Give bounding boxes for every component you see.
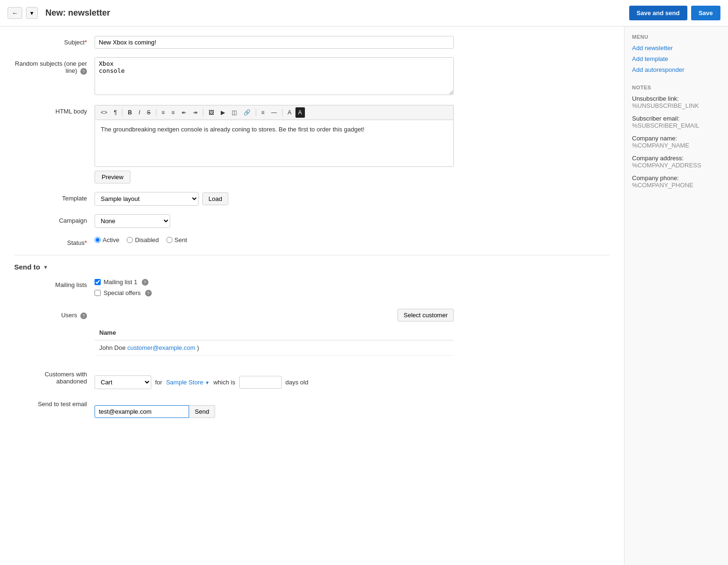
users-control: Select customer Name John Doe customer@e… (95, 309, 454, 359)
users-table-header-row: Name (95, 325, 454, 340)
toolbar-ul-btn[interactable]: ≡ (159, 107, 168, 118)
random-subjects-control: Xbox console (95, 57, 454, 96)
toolbar-bg-color-btn[interactable]: A (295, 107, 305, 118)
top-bar-actions: Save and send Save (629, 6, 720, 20)
random-subjects-help-icon[interactable]: ? (80, 68, 87, 75)
status-disabled-text: Disabled (135, 236, 159, 243)
toolbar-image-btn[interactable]: 🖼 (206, 107, 217, 118)
user-email-close: ) (197, 344, 199, 351)
template-control: Sample layout Default Custom Load (95, 192, 454, 206)
status-options-row: Active Disabled Sent (95, 236, 454, 243)
mailing-list-1-name: Mailing list 1 (104, 278, 138, 286)
user-email[interactable]: customer@example.com (127, 344, 195, 351)
toolbar-ol-btn[interactable]: ≡ (169, 107, 178, 118)
editor-text: The groundbreaking nextgen console is al… (101, 126, 448, 133)
random-subjects-label: Random subjects (one per line) ? (14, 57, 95, 75)
toolbar-media-btn[interactable]: ▶ (218, 107, 228, 118)
status-disabled-radio[interactable] (127, 237, 133, 243)
toolbar-link-btn[interactable]: 🔗 (241, 107, 253, 118)
note-unsubscribe-label: Unsubscribe link: (632, 95, 720, 102)
toolbar-strike-btn[interactable]: S (144, 107, 153, 118)
users-label-cell: Users ? (14, 309, 95, 319)
subject-input[interactable] (95, 36, 454, 49)
note-subscriber-email: Subscriber email: %SUBSCRIBER_EMAIL (632, 115, 720, 129)
send-to-arrow-icon: ▼ (43, 264, 48, 270)
toolbar-para-btn[interactable]: ¶ (111, 107, 120, 118)
users-header-row: Select customer (95, 309, 454, 322)
html-body-control: <> ¶ B I S ≡ ≡ ↞ ↠ 🖼 ▶ ◫ 🔗 (95, 105, 454, 183)
toolbar-outdent-btn[interactable]: ↞ (179, 107, 189, 118)
note-unsubscribe: Unsubscribe link: %UNSUBSCRIBE_LINK (632, 95, 720, 109)
status-sent-radio[interactable] (166, 237, 173, 243)
send-to-label: Send to (14, 263, 40, 271)
send-to-header[interactable]: Send to ▼ (14, 263, 610, 271)
mailing-list-1-checkbox[interactable] (95, 279, 101, 285)
preview-button[interactable]: Preview (95, 171, 130, 183)
select-customer-button[interactable]: Select customer (398, 309, 454, 322)
section-divider (14, 255, 610, 255)
content-area: Subject* Random subjects (one per line) … (0, 26, 624, 565)
status-sent-label[interactable]: Sent (166, 236, 187, 243)
template-select[interactable]: Sample layout Default Custom (95, 192, 199, 206)
send-test-button[interactable]: Send (189, 405, 215, 418)
which-is-label: which is (213, 379, 235, 386)
sidebar-item-add-template[interactable]: Add template (632, 55, 720, 62)
mailing-list-2-checkbox[interactable] (95, 290, 101, 296)
toolbar-indent-btn[interactable]: ↠ (190, 107, 200, 118)
status-sent-text: Sent (174, 236, 187, 243)
save-send-button[interactable]: Save and send (629, 6, 687, 20)
toolbar-divider-5 (282, 109, 283, 116)
toolbar-hr-btn[interactable]: — (269, 107, 280, 118)
dropdown-button[interactable]: ▾ (26, 7, 38, 19)
sidebar-item-add-newsletter[interactable]: Add newsletter (632, 44, 720, 52)
toolbar-italic-btn[interactable]: I (136, 107, 143, 118)
mailing-list-2-help-icon[interactable]: ? (145, 290, 152, 296)
toolbar-divider-2 (156, 109, 156, 116)
editor-toolbar: <> ¶ B I S ≡ ≡ ↞ ↠ 🖼 ▶ ◫ 🔗 (95, 105, 454, 120)
mailing-list-1-help-icon[interactable]: ? (142, 279, 148, 286)
campaign-label: Campaign (14, 214, 95, 224)
mailing-list-item-1: Mailing list 1 ? (95, 278, 454, 286)
back-button[interactable]: ← (8, 7, 22, 19)
toolbar-bold-btn[interactable]: B (125, 107, 135, 118)
toolbar-table-btn[interactable]: ◫ (229, 107, 240, 118)
users-help-icon[interactable]: ? (80, 313, 87, 319)
status-active-text: Active (103, 236, 119, 243)
editor-content-area[interactable]: The groundbreaking nextgen console is al… (95, 120, 454, 167)
status-label: Status* (14, 236, 95, 246)
store-link[interactable]: Sample Store ▼ (166, 379, 209, 386)
note-company-address-value: %COMPANY_ADDRESS (632, 162, 720, 169)
note-company-address: Company address: %COMPANY_ADDRESS (632, 155, 720, 169)
random-subjects-textarea[interactable]: Xbox console (95, 57, 454, 95)
random-subjects-row: Random subjects (one per line) ? Xbox co… (14, 57, 610, 96)
table-row: John Doe customer@example.com ) (95, 340, 454, 356)
toolbar-source-btn[interactable]: <> (98, 107, 110, 118)
html-body-row: HTML body <> ¶ B I S ≡ ≡ ↞ ↠ 🖼 ▶ (14, 105, 610, 183)
sidebar-item-add-autoresponder[interactable]: Add autoresponder (632, 66, 720, 73)
sidebar: MENU Add newsletter Add template Add aut… (624, 26, 728, 565)
status-active-radio[interactable] (95, 237, 101, 243)
save-button[interactable]: Save (691, 6, 720, 20)
abandoned-type-select[interactable]: Cart Wishlist (95, 375, 151, 389)
abandoned-row: Customers with abandoned Cart Wishlist f… (14, 368, 610, 389)
note-company-name: Company name: %COMPANY_NAME (632, 135, 720, 149)
users-table-name-header: Name (95, 325, 454, 340)
page-title: New: newsletter (45, 8, 110, 18)
campaign-select[interactable]: None Campaign 1 Campaign 2 (95, 214, 170, 228)
sidebar-notes: NOTES Unsubscribe link: %UNSUBSCRIBE_LIN… (632, 85, 720, 189)
top-bar-left: ← ▾ New: newsletter (8, 7, 110, 19)
main-layout: Subject* Random subjects (one per line) … (0, 26, 728, 565)
template-row: Template Sample layout Default Custom Lo… (14, 192, 610, 206)
days-old-input[interactable] (239, 376, 282, 389)
store-name: Sample Store (166, 379, 203, 386)
subject-label: Subject* (14, 36, 95, 46)
status-active-label[interactable]: Active (95, 236, 119, 243)
test-email-input[interactable] (95, 405, 189, 418)
campaign-row: Campaign None Campaign 1 Campaign 2 (14, 214, 610, 228)
campaign-control: None Campaign 1 Campaign 2 (95, 214, 454, 228)
toolbar-font-color-btn[interactable]: A (285, 107, 295, 118)
toolbar-divider-4 (256, 109, 256, 116)
toolbar-align-btn[interactable]: ≡ (259, 107, 268, 118)
status-disabled-label[interactable]: Disabled (127, 236, 159, 243)
load-button[interactable]: Load (202, 192, 228, 205)
